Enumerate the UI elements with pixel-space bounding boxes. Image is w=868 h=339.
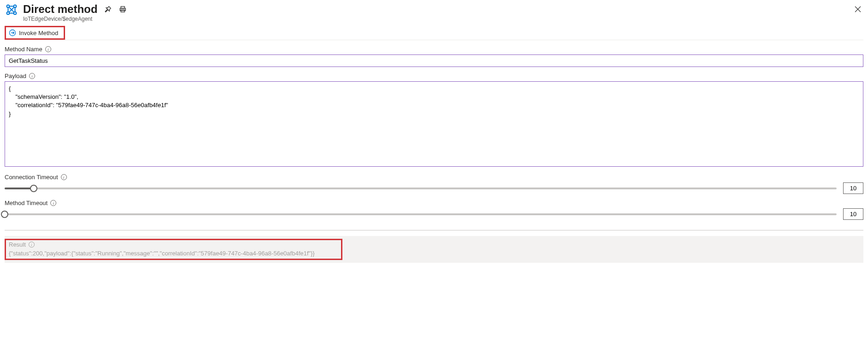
page-header: Direct method IoTEdgeDevice/$edgeAgent bbox=[5, 3, 863, 24]
info-icon[interactable]: i bbox=[50, 200, 56, 206]
payload-label: Payload bbox=[5, 73, 26, 79]
info-icon[interactable]: i bbox=[45, 46, 51, 52]
pin-icon[interactable] bbox=[104, 5, 112, 13]
method-name-input[interactable] bbox=[5, 54, 863, 67]
close-button[interactable] bbox=[852, 3, 863, 17]
payload-input[interactable] bbox=[5, 81, 863, 167]
invoke-icon bbox=[9, 29, 16, 36]
direct-method-icon bbox=[5, 3, 18, 18]
method-timeout-field: Method Timeout i bbox=[5, 200, 863, 220]
result-label: Result bbox=[9, 241, 26, 248]
method-name-field: Method Name i bbox=[5, 46, 863, 67]
method-timeout-label: Method Timeout bbox=[5, 200, 48, 206]
method-timeout-value[interactable] bbox=[843, 208, 863, 220]
method-timeout-slider[interactable] bbox=[5, 210, 837, 219]
command-bar: Invoke Method bbox=[5, 24, 863, 40]
method-name-label: Method Name bbox=[5, 46, 42, 53]
info-icon[interactable]: i bbox=[29, 242, 35, 248]
info-icon[interactable]: i bbox=[29, 73, 35, 79]
connection-timeout-value[interactable] bbox=[843, 182, 863, 194]
result-output: {"status":200,"payload":{"status":"Runni… bbox=[9, 250, 338, 257]
breadcrumb: IoTEdgeDevice/$edgeAgent bbox=[23, 16, 848, 22]
connection-timeout-label: Connection Timeout bbox=[5, 174, 58, 181]
print-icon[interactable] bbox=[119, 5, 127, 13]
result-section: Result i {"status":200,"payload":{"statu… bbox=[5, 230, 863, 263]
payload-field: Payload i bbox=[5, 73, 863, 168]
connection-timeout-field: Connection Timeout i bbox=[5, 174, 863, 194]
invoke-method-label: Invoke Method bbox=[19, 30, 58, 36]
info-icon[interactable]: i bbox=[61, 174, 67, 180]
page-title: Direct method bbox=[23, 3, 97, 16]
result-box: Result i {"status":200,"payload":{"statu… bbox=[5, 239, 342, 260]
invoke-method-button[interactable]: Invoke Method bbox=[5, 26, 65, 40]
connection-timeout-slider[interactable] bbox=[5, 184, 837, 193]
